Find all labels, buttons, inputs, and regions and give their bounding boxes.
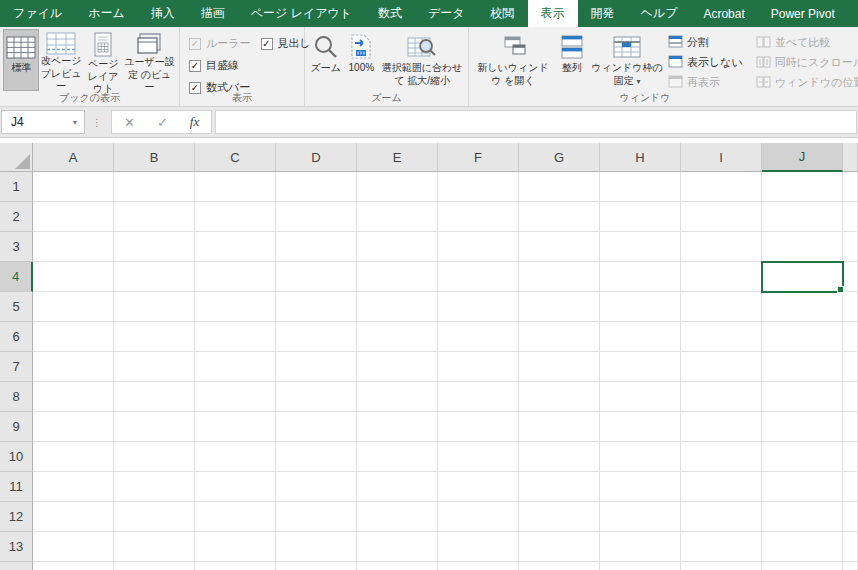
grid-cell-H3[interactable] (600, 232, 681, 262)
grid-cell-C5[interactable] (195, 292, 276, 322)
grid-cell-B2[interactable] (114, 202, 195, 232)
grid-cell-partial[interactable] (843, 412, 858, 442)
grid-cell-I2[interactable] (681, 202, 762, 232)
grid-cell-partial[interactable] (843, 532, 858, 562)
grid-cell-B12[interactable] (114, 502, 195, 532)
grid-cell-partial[interactable] (843, 562, 858, 570)
grid-cell-J1[interactable] (762, 172, 843, 202)
grid-cell-I12[interactable] (681, 502, 762, 532)
column-header-G[interactable]: G (519, 143, 600, 172)
row-header-9[interactable]: 9 (0, 412, 33, 442)
grid-cell-J12[interactable] (762, 502, 843, 532)
grid-cell-J11[interactable] (762, 472, 843, 502)
grid-cell-partial[interactable] (843, 172, 858, 202)
grid-cell-F10[interactable] (438, 442, 519, 472)
grid-cell-E13[interactable] (357, 532, 438, 562)
tab-page-layout[interactable]: ページ レイアウト (238, 0, 365, 27)
column-header-A[interactable]: A (33, 143, 114, 172)
row-header-12[interactable]: 12 (0, 502, 33, 532)
grid-cell-B5[interactable] (114, 292, 195, 322)
grid-cell-E9[interactable] (357, 412, 438, 442)
row-header-11[interactable]: 11 (0, 472, 33, 502)
column-header-E[interactable]: E (357, 143, 438, 172)
row-header-10[interactable]: 10 (0, 442, 33, 472)
zoom-button[interactable]: ズーム (308, 29, 344, 91)
grid-cell-I9[interactable] (681, 412, 762, 442)
grid-cell-H[interactable] (600, 562, 681, 570)
row-header-3[interactable]: 3 (0, 232, 33, 262)
row-header-6[interactable]: 6 (0, 322, 33, 352)
grid-cell-H1[interactable] (600, 172, 681, 202)
tab-insert[interactable]: 挿入 (138, 0, 188, 27)
normal-view-button[interactable]: 標準 (3, 29, 39, 91)
grid-cell-I[interactable] (681, 562, 762, 570)
column-header-H[interactable]: H (600, 143, 681, 172)
tab-power-pivot[interactable]: Power Pivot (758, 0, 848, 27)
grid-cell-E10[interactable] (357, 442, 438, 472)
grid-cell-C4[interactable] (195, 262, 276, 292)
grid-cell-F11[interactable] (438, 472, 519, 502)
grid-cell-C[interactable] (195, 562, 276, 570)
grid-cell-E6[interactable] (357, 322, 438, 352)
grid-cell-B7[interactable] (114, 352, 195, 382)
grid-cell-I3[interactable] (681, 232, 762, 262)
grid-cell-D1[interactable] (276, 172, 357, 202)
tab-file[interactable]: ファイル (0, 0, 75, 27)
grid-cell-A2[interactable] (33, 202, 114, 232)
grid-cell-H5[interactable] (600, 292, 681, 322)
grid-cell-F7[interactable] (438, 352, 519, 382)
grid-cell-G11[interactable] (519, 472, 600, 502)
grid-cell-D6[interactable] (276, 322, 357, 352)
grid-cell-H2[interactable] (600, 202, 681, 232)
grid-cell-G7[interactable] (519, 352, 600, 382)
grid-cell-H12[interactable] (600, 502, 681, 532)
grid-cell-J4[interactable] (762, 262, 843, 292)
column-header-C[interactable]: C (195, 143, 276, 172)
grid-cell-B9[interactable] (114, 412, 195, 442)
grid-cell-B10[interactable] (114, 442, 195, 472)
grid-cell-C10[interactable] (195, 442, 276, 472)
grid-cell-H9[interactable] (600, 412, 681, 442)
grid-cell-G2[interactable] (519, 202, 600, 232)
grid-cell-E2[interactable] (357, 202, 438, 232)
column-header-I[interactable]: I (681, 143, 762, 172)
grid-cell-E3[interactable] (357, 232, 438, 262)
grid-cell-G5[interactable] (519, 292, 600, 322)
grid-cell-B8[interactable] (114, 382, 195, 412)
grid-cell-A[interactable] (33, 562, 114, 570)
grid-cell-B4[interactable] (114, 262, 195, 292)
grid-cell-D11[interactable] (276, 472, 357, 502)
tab-review[interactable]: 校閲 (478, 0, 528, 27)
grid-cell-C9[interactable] (195, 412, 276, 442)
grid-cell-E1[interactable] (357, 172, 438, 202)
new-window-button[interactable]: 新しいウィンドウ を開く (472, 29, 554, 91)
grid-cell-I8[interactable] (681, 382, 762, 412)
fill-handle[interactable] (837, 286, 844, 293)
grid-cell-I11[interactable] (681, 472, 762, 502)
grid-cell-partial[interactable] (843, 292, 858, 322)
grid-cell-C2[interactable] (195, 202, 276, 232)
grid-cell-B13[interactable] (114, 532, 195, 562)
formula-input[interactable] (215, 110, 857, 134)
split-button[interactable]: 分割 (668, 35, 743, 50)
grid-cell-A6[interactable] (33, 322, 114, 352)
grid-cell-A9[interactable] (33, 412, 114, 442)
grid-cell-I13[interactable] (681, 532, 762, 562)
grid-cell-G[interactable] (519, 562, 600, 570)
grid-cell-B3[interactable] (114, 232, 195, 262)
chevron-down-icon[interactable]: ▾ (66, 118, 84, 127)
grid-cell-A12[interactable] (33, 502, 114, 532)
grid-cell-C6[interactable] (195, 322, 276, 352)
grid-cell-D13[interactable] (276, 532, 357, 562)
grid-cell-G6[interactable] (519, 322, 600, 352)
grid-cell-C7[interactable] (195, 352, 276, 382)
tell-me[interactable]: 何をしますか (848, 0, 858, 27)
grid-cell-partial[interactable] (843, 502, 858, 532)
arrange-all-button[interactable]: 整列 (554, 29, 590, 91)
column-header-partial[interactable] (843, 143, 858, 172)
grid-cell-partial[interactable] (843, 382, 858, 412)
grid-cell-D2[interactable] (276, 202, 357, 232)
headings-checkbox[interactable]: ✓ 見出し (261, 36, 311, 51)
grid-cell-H6[interactable] (600, 322, 681, 352)
grid-cell-F8[interactable] (438, 382, 519, 412)
